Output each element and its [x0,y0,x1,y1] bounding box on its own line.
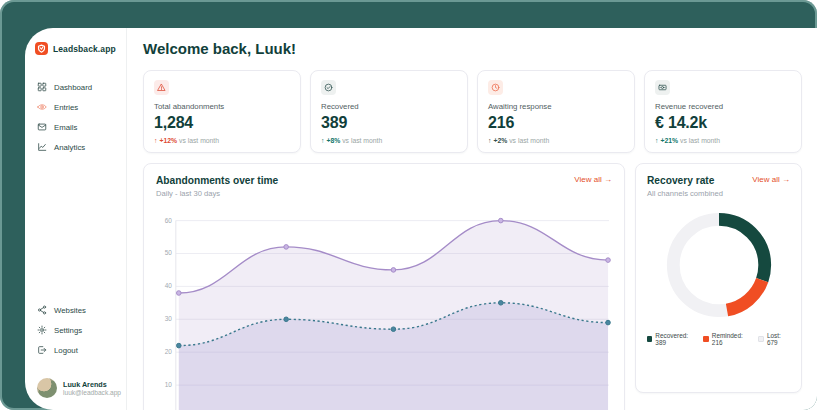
svg-text:30: 30 [165,315,173,322]
abandonments-view-all-link[interactable]: View all → [574,175,612,184]
gear-icon [37,325,47,335]
legend-item-recovered: Recovered: 389 [647,332,695,346]
logout-icon [37,345,47,355]
user-profile[interactable]: Luuk Arends luuk@leadback.app [35,376,120,400]
legend-item-lost: Lost: 679 [758,332,790,346]
stat-delta-value: +2% [493,137,507,144]
stat-label: Recovered [321,102,457,111]
nav-item-label: Logout [54,346,78,355]
grid-icon [37,82,47,92]
stat-icon-box [154,80,169,95]
sidebar-item-emails[interactable]: Emails [35,119,120,135]
legend-label: Reminded: 216 [712,332,751,346]
svg-text:50: 50 [165,249,173,256]
mail-icon [37,122,47,132]
sidebar-item-logout[interactable]: Logout [35,342,120,358]
stat-value: € 14.2k [655,114,791,132]
stat-card-awaiting-response: Awaiting response216↑+2%vs last month [477,70,635,153]
entries-icon [37,102,47,112]
brand[interactable]: Leadsback.app [35,42,120,55]
sidebar-nav-secondary: WebsitesSettingsLogout [35,302,120,358]
stat-value: 389 [321,114,457,132]
abandonments-chart-card: Abandonments over time Daily - last 30 d… [143,163,625,410]
leadsback-logo-icon [35,42,48,55]
stat-card-recovered: Recovered389↑+8%vs last month [310,70,468,153]
abandonments-chart-subtitle: Daily - last 30 days [156,189,278,198]
grid-icon [37,82,47,92]
legend-item-reminded: Reminded: 216 [703,332,750,346]
stat-card-total-abandonments: Total abandonments1,284↑+12%vs last mont… [143,70,301,153]
app-surface: Leadsback.app DashboardEntriesEmailsAnal… [25,28,817,410]
warning-icon [157,83,166,92]
legend-label: Recovered: 389 [655,332,695,346]
arrow-up-icon: ↑ [321,137,324,144]
page-title: Welcome back, Luuk! [143,40,802,57]
recovery-chart-title: Recovery rate [647,175,723,186]
stat-delta-note: vs last month [509,137,549,144]
check-circle-icon [324,83,333,92]
legend-color-chip [703,336,708,342]
stat-delta-note: vs last month [342,137,382,144]
sidebar-item-settings[interactable]: Settings [35,322,120,338]
app-window: Leadsback.app DashboardEntriesEmailsAnal… [0,0,817,410]
stat-icon-box [321,80,336,95]
svg-text:60: 60 [165,217,173,224]
stat-value: 1,284 [154,114,290,132]
sidebar-item-websites[interactable]: Websites [35,302,120,318]
abandonments-chart-title: Abandonments over time [156,175,278,186]
legend-color-chip [647,336,652,342]
arrow-up-icon: ↑ [655,137,658,144]
svg-text:40: 40 [165,282,173,289]
stat-label: Awaiting response [488,102,624,111]
svg-text:10: 10 [165,381,173,388]
abandonments-line-chart: 102030405060 [156,206,612,410]
sidebar-item-analytics[interactable]: Analytics [35,139,120,155]
avatar [37,378,57,398]
gear-icon [37,325,47,335]
arrow-up-icon: ↑ [488,137,491,144]
legend-label: Lost: 679 [767,332,790,346]
recovery-donut-chart [660,206,778,324]
sidebar-item-dashboard[interactable]: Dashboard [35,79,120,95]
stat-icon-box [488,80,503,95]
nav-item-label: Emails [54,123,77,132]
stat-card-revenue-recovered: Revenue recovered€ 14.2k↑+21%vs last mon… [644,70,802,153]
charts-row: Abandonments over time Daily - last 30 d… [143,163,802,410]
user-name: Luuk Arends [63,380,121,390]
entries-icon [37,102,47,112]
stat-icon-box [655,80,670,95]
logout-icon [37,345,47,355]
stat-label: Total abandonments [154,102,290,111]
sidebar: Leadsback.app DashboardEntriesEmailsAnal… [25,28,127,410]
recovery-chart-subtitle: All channels combined [647,189,723,198]
main-content: Welcome back, Luuk! Total abandonments1,… [127,28,817,410]
stat-delta-value: +12% [159,137,177,144]
sidebar-nav-main: DashboardEntriesEmailsAnalytics [35,79,120,155]
svg-text:20: 20 [165,348,173,355]
banknote-icon [658,83,667,92]
analytics-icon [37,142,47,152]
sidebar-item-entries[interactable]: Entries [35,99,120,115]
nav-item-label: Entries [54,103,78,112]
stat-value: 216 [488,114,624,132]
nav-item-label: Settings [54,326,82,335]
analytics-icon [37,142,47,152]
stat-delta-value: +21% [660,137,678,144]
donut-legend: Recovered: 389Reminded: 216Lost: 679 [647,332,790,346]
nav-item-label: Analytics [54,143,85,152]
recovery-rate-card: Recovery rate All channels combined View… [635,163,802,393]
stat-label: Revenue recovered [655,102,791,111]
stat-delta-note: vs last month [680,137,720,144]
mail-icon [37,122,47,132]
legend-color-chip [758,336,764,342]
nav-item-label: Websites [54,306,86,315]
clock-icon [491,83,500,92]
user-email: luuk@leadback.app [63,389,121,396]
nav-item-label: Dashboard [54,83,92,92]
stat-delta-note: vs last month [179,137,219,144]
stat-cards-row: Total abandonments1,284↑+12%vs last mont… [143,70,802,153]
brand-name: Leadsback.app [53,44,116,54]
recovery-view-all-link[interactable]: View all → [752,175,790,184]
share-icon [37,305,47,315]
arrow-up-icon: ↑ [154,137,157,144]
